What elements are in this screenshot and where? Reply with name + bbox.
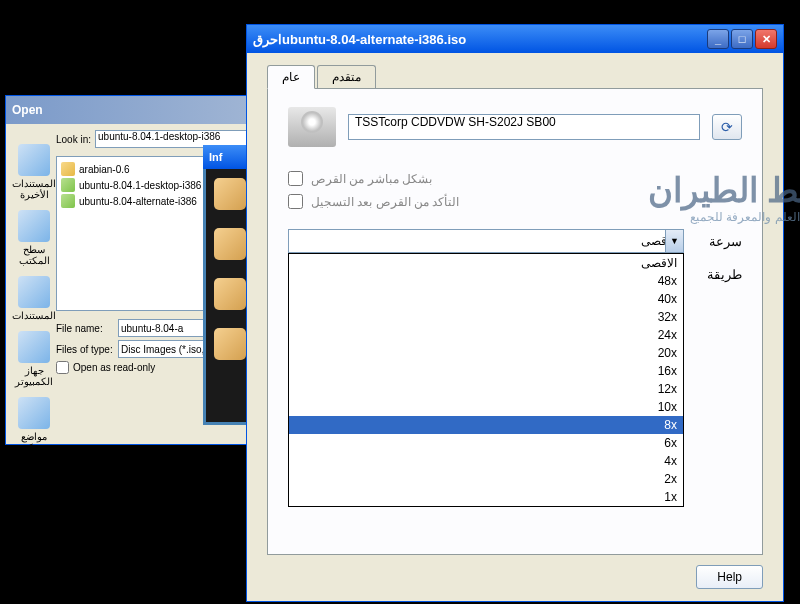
sidebar-documents[interactable]: المستندات bbox=[12, 276, 56, 321]
burn-titlebar[interactable]: احرقubuntu-8.04-alternate-i386.iso _ □ ✕ bbox=[247, 25, 783, 53]
speed-option[interactable]: الاقصى bbox=[289, 254, 683, 272]
network-icon bbox=[18, 397, 50, 429]
sidebar-computer[interactable]: جهاز الكمبيوتر bbox=[12, 331, 56, 387]
speed-option[interactable]: 16x bbox=[289, 362, 683, 380]
tab-content: TSSTcorp CDDVDW SH-S202J SB00 ⟳ بشكل مبا… bbox=[267, 88, 763, 555]
folder-icon bbox=[61, 162, 75, 176]
desktop-icon bbox=[18, 210, 50, 242]
speed-option[interactable]: 24x bbox=[289, 326, 683, 344]
speed-option[interactable]: 2x bbox=[289, 470, 683, 488]
drive-select[interactable]: TSSTcorp CDDVDW SH-S202J SB00 bbox=[348, 114, 700, 140]
speed-option[interactable]: 6x bbox=[289, 434, 683, 452]
chk-direct[interactable] bbox=[288, 171, 303, 186]
open-titlebar: Open bbox=[6, 96, 256, 124]
filetype-label: Files of type: bbox=[56, 344, 114, 355]
info-icon-2 bbox=[214, 228, 246, 260]
speed-option[interactable]: 4x bbox=[289, 452, 683, 470]
close-button[interactable]: ✕ bbox=[755, 29, 777, 49]
chk-direct-label: بشكل مباشر من القرص bbox=[311, 172, 432, 186]
info-icon-4 bbox=[214, 328, 246, 360]
help-button[interactable]: Help bbox=[696, 565, 763, 589]
info-icon-1 bbox=[214, 178, 246, 210]
tabs: عام متقدم bbox=[267, 65, 763, 89]
minimize-button[interactable]: _ bbox=[707, 29, 729, 49]
recent-icon bbox=[18, 144, 50, 176]
readonly-label: Open as read-only bbox=[73, 362, 155, 373]
open-title: Open bbox=[12, 103, 43, 117]
speed-option[interactable]: 8x bbox=[289, 416, 683, 434]
chk-verify[interactable] bbox=[288, 194, 303, 209]
speed-option[interactable]: 32x bbox=[289, 308, 683, 326]
drive-icon bbox=[288, 107, 336, 147]
method-label: طريقة bbox=[696, 267, 742, 282]
info-icon-3 bbox=[214, 278, 246, 310]
filename-label: File name: bbox=[56, 323, 114, 334]
speed-option[interactable]: 40x bbox=[289, 290, 683, 308]
speed-option[interactable]: 12x bbox=[289, 380, 683, 398]
lookin-label: Look in: bbox=[56, 134, 91, 145]
readonly-checkbox[interactable] bbox=[56, 361, 69, 374]
computer-icon bbox=[18, 331, 50, 363]
tab-advanced[interactable]: متقدم bbox=[317, 65, 376, 89]
speed-combo[interactable]: الاقصى▼ الاقصى48x40x32x24x20x16x12x10x8x… bbox=[288, 229, 684, 253]
speed-label: سرعة bbox=[696, 234, 742, 249]
refresh-button[interactable]: ⟳ bbox=[712, 114, 742, 140]
speed-option[interactable]: 1x bbox=[289, 488, 683, 506]
burn-dialog: احرقubuntu-8.04-alternate-i386.iso _ □ ✕… bbox=[246, 24, 784, 602]
sidebar-network[interactable]: مواضع شبكة bbox=[12, 397, 56, 453]
maximize-button[interactable]: □ bbox=[731, 29, 753, 49]
documents-icon bbox=[18, 276, 50, 308]
speed-dropdown[interactable]: الاقصى48x40x32x24x20x16x12x10x8x6x4x2x1x bbox=[288, 253, 684, 507]
sidebar-recent[interactable]: المستندات الأخيرة bbox=[12, 144, 56, 200]
sidebar-desktop[interactable]: سطح المكتب bbox=[12, 210, 56, 266]
burn-title: احرقubuntu-8.04-alternate-i386.iso bbox=[253, 32, 466, 47]
chk-verify-label: التأكد من القرص بعد التسجيل bbox=[311, 195, 459, 209]
speed-option[interactable]: 10x bbox=[289, 398, 683, 416]
chevron-down-icon: ▼ bbox=[665, 230, 683, 252]
tab-general[interactable]: عام bbox=[267, 65, 315, 89]
iso-icon bbox=[61, 194, 75, 208]
speed-option[interactable]: 48x bbox=[289, 272, 683, 290]
open-sidebar: المستندات الأخيرة سطح المكتب المستندات ج… bbox=[12, 130, 56, 453]
iso-icon bbox=[61, 178, 75, 192]
speed-option[interactable]: 20x bbox=[289, 344, 683, 362]
